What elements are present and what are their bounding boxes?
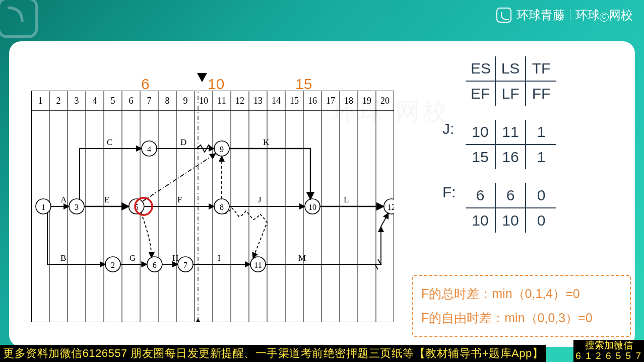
svg-text:M: M	[298, 253, 306, 263]
svg-text:9: 9	[220, 145, 224, 154]
svg-text:3: 3	[75, 203, 79, 211]
f-tf: 0	[526, 183, 556, 208]
svg-marker-1	[197, 73, 207, 82]
svg-text:J: J	[258, 195, 262, 204]
svg-text:7: 7	[147, 96, 152, 106]
svg-text:4: 4	[147, 145, 151, 154]
j-values: J: 10 11 1 15 16 1	[466, 120, 604, 169]
corner-logo-watermark	[0, 0, 40, 40]
f-ls: 6	[496, 183, 526, 208]
marker-15: 15	[295, 76, 312, 93]
svg-text:11: 11	[217, 96, 226, 106]
footer-right-l2: 6 1 2 6 5 5 7	[575, 351, 642, 361]
svg-text:16: 16	[308, 96, 317, 106]
svg-text:19: 19	[362, 96, 371, 106]
note-line-1: F的总时差：min（0,1,4）=0	[421, 282, 622, 306]
brand-title-2: 环球C网校	[575, 7, 633, 23]
marker-triangle-down-icon	[197, 73, 207, 82]
svg-text:12: 12	[388, 203, 394, 211]
note-line-2: F的自由时差：min（0,0,3）=0	[421, 306, 622, 330]
footer-right: 搜索加微信 6 1 2 6 5 5 7	[573, 340, 644, 362]
svg-text:2: 2	[111, 261, 115, 269]
svg-text:F: F	[177, 195, 182, 204]
svg-text:8: 8	[165, 96, 170, 106]
svg-text:D: D	[180, 137, 186, 147]
svg-text:8: 8	[220, 203, 224, 211]
network-diagram: 1234567891011121314151617181920 12345678…	[31, 91, 394, 322]
svg-text:H: H	[172, 253, 178, 263]
marker-10: 10	[208, 76, 224, 93]
svg-text:E: E	[104, 195, 109, 204]
svg-text:4: 4	[93, 96, 97, 106]
svg-text:A: A	[60, 195, 67, 204]
f-label: F:	[442, 183, 456, 201]
j-es: 10	[466, 120, 496, 145]
svg-text:12: 12	[235, 96, 244, 106]
legend-grid: ES LS TF EF LF FF	[466, 56, 604, 106]
legend-tf: TF	[526, 56, 556, 82]
j-label: J:	[442, 120, 454, 138]
svg-text:I: I	[218, 253, 221, 263]
svg-text:11: 11	[254, 261, 262, 269]
svg-text:K: K	[263, 137, 270, 147]
j-ls: 11	[496, 120, 526, 145]
brand-title-1: 环球青藤	[517, 7, 565, 23]
svg-text:15: 15	[290, 96, 299, 106]
brand-bar: 环球青藤 环球C网校	[496, 7, 633, 23]
svg-text:10: 10	[308, 203, 316, 211]
j-ff: 1	[526, 145, 556, 169]
f-es: 6	[466, 183, 496, 208]
svg-text:B: B	[60, 253, 66, 263]
note-box: F的总时差：min（0,1,4）=0 F的自由时差：min（0,0,3）=0	[412, 275, 631, 337]
j-lf: 16	[496, 145, 526, 169]
svg-text:C: C	[107, 137, 112, 147]
f-values: F: 6 6 0 10 10 0	[466, 183, 604, 233]
legend-ff: FF	[526, 82, 556, 106]
svg-text:G: G	[130, 253, 136, 263]
svg-rect-0	[0, 0, 37, 37]
svg-text:1: 1	[41, 203, 45, 211]
legend-ef: EF	[466, 82, 496, 106]
legend-lf: LF	[496, 82, 526, 106]
svg-text:14: 14	[272, 96, 281, 106]
svg-text:3: 3	[75, 96, 79, 106]
svg-text:L: L	[344, 195, 349, 204]
content-card: 环球 网校 6 10 15 12345678	[9, 41, 635, 347]
svg-text:13: 13	[253, 96, 263, 106]
svg-text:10: 10	[199, 96, 208, 106]
f-ff: 0	[526, 208, 556, 233]
svg-text:2: 2	[56, 96, 61, 106]
svg-text:18: 18	[344, 96, 353, 106]
f-lf: 10	[496, 208, 526, 233]
svg-text:6: 6	[129, 96, 134, 106]
svg-text:9: 9	[183, 96, 188, 106]
svg-text:17: 17	[326, 96, 335, 106]
footer-left: 更多资料加微信6126557 朋友圈每日发更新提醒、一手渠道考前绝密押题三页纸等…	[0, 345, 546, 362]
brand-logo-icon	[496, 8, 511, 23]
j-ef: 15	[466, 145, 496, 169]
footer-right-l1: 搜索加微信	[575, 340, 642, 351]
svg-text:1: 1	[38, 96, 43, 106]
legend-es: ES	[466, 56, 496, 82]
svg-text:20: 20	[380, 96, 390, 106]
j-tf: 1	[526, 120, 556, 145]
svg-text:6: 6	[153, 261, 157, 269]
svg-text:7: 7	[183, 261, 187, 269]
right-panel: ES LS TF EF LF FF J: 10 11 1 15 16 1 F: …	[437, 56, 604, 247]
f-ef: 10	[466, 208, 496, 233]
brand-separator	[570, 9, 570, 21]
legend-ls: LS	[496, 56, 526, 82]
marker-6: 6	[141, 76, 150, 93]
svg-text:5: 5	[111, 96, 115, 106]
